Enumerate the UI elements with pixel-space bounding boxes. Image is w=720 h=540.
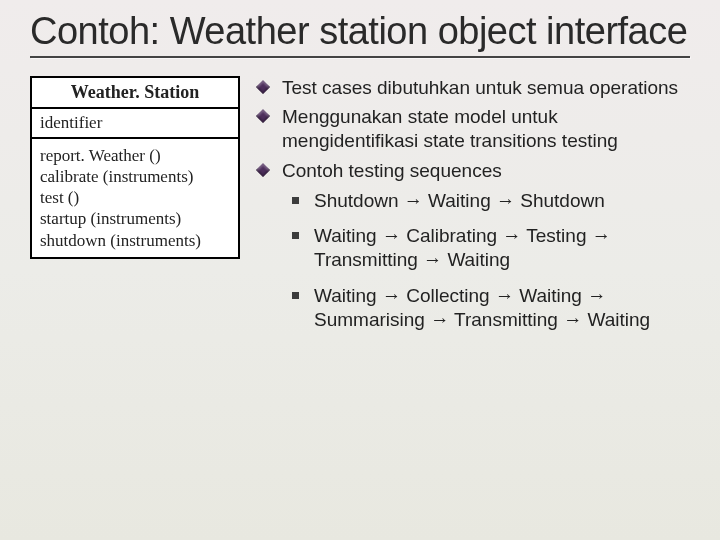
list-item: Shutdown → Waiting → Shutdown xyxy=(292,189,690,213)
sequence-sub-list: Shutdown → Waiting → Shutdown Waiting → … xyxy=(282,189,690,332)
title-underline xyxy=(30,56,690,58)
uml-operations: report. Weather () calibrate (instrument… xyxy=(32,139,238,257)
uml-attribute: identifier xyxy=(32,109,238,139)
list-item: Test cases dibutuhkan untuk semua operat… xyxy=(258,76,690,100)
list-item-text: Test cases dibutuhkan untuk semua operat… xyxy=(282,77,678,98)
list-item: Waiting → Collecting → Waiting → Summari… xyxy=(292,284,690,332)
uml-operation: test () xyxy=(40,187,230,208)
uml-operation: calibrate (instruments) xyxy=(40,166,230,187)
slide: Contoh: Weather station object interface… xyxy=(0,0,720,363)
sequence-text: Waiting → Calibrating → Testing → Transm… xyxy=(314,225,611,270)
main-bullet-list: Test cases dibutuhkan untuk semua operat… xyxy=(258,76,690,332)
uml-class-name: Weather. Station xyxy=(32,78,238,109)
uml-operation: report. Weather () xyxy=(40,145,230,166)
uml-operation: shutdown (instruments) xyxy=(40,230,230,251)
list-item: Waiting → Calibrating → Testing → Transm… xyxy=(292,224,690,272)
list-item-text: Menggunakan state model untuk mengidenti… xyxy=(282,106,618,151)
bullet-column: Test cases dibutuhkan untuk semua operat… xyxy=(258,76,690,344)
list-item: Menggunakan state model untuk mengidenti… xyxy=(258,105,690,153)
content-row: Weather. Station identifier report. Weat… xyxy=(30,76,690,344)
slide-title: Contoh: Weather station object interface xyxy=(30,10,690,54)
list-item-text: Contoh testing sequences xyxy=(282,160,502,181)
list-item: Contoh testing sequences Shutdown → Wait… xyxy=(258,159,690,332)
uml-class-box: Weather. Station identifier report. Weat… xyxy=(30,76,240,259)
uml-operation: startup (instruments) xyxy=(40,208,230,229)
sequence-text: Shutdown → Waiting → Shutdown xyxy=(314,190,605,211)
sequence-text: Waiting → Collecting → Waiting → Summari… xyxy=(314,285,650,330)
